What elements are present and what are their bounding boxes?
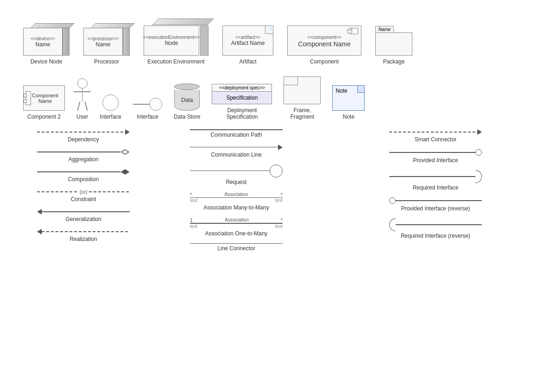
proc-box-front: <<processor>> Name: [83, 28, 123, 56]
artifact-shape: 📄 <<artifact>> Artifact Name: [222, 25, 273, 56]
assoc-one-content: 1 Association * text text: [190, 217, 283, 229]
cylinder-body: Data: [174, 90, 200, 111]
line-connector-label: Line Connector: [217, 245, 255, 252]
assoc-one-text1: text: [190, 224, 197, 229]
assoc-one-name: Association One-to-Many: [205, 230, 268, 237]
aggregation-solid: [37, 152, 120, 152]
assoc-many-text1: text: [190, 198, 197, 203]
device-node-shape: <<device>> Name: [23, 23, 70, 56]
assoc-one-nums: 1 Association *: [190, 217, 283, 223]
composition-label: Composition: [68, 176, 99, 183]
required-reverse-line: [389, 218, 482, 231]
comm-line-label: Communication Line: [211, 152, 261, 158]
note-shape: Note: [332, 85, 365, 111]
constraint-line: {or}: [37, 189, 130, 195]
smart-connector-line: [389, 129, 482, 135]
device-name: Name: [35, 41, 50, 48]
exec-env-item: <<executionEnvironment>> Node Execution …: [144, 19, 208, 65]
dependency-line: [37, 129, 130, 135]
request-item: Request: [162, 164, 310, 185]
provided-rev-circle: [389, 197, 396, 204]
component2-item: ComponentName Component 2: [23, 85, 65, 120]
provided-reverse-item: Provided Interface (reverse): [338, 197, 533, 212]
exec-box-front: <<executionEnvironment>> Node: [144, 25, 199, 56]
artifact-icon: 📄: [266, 27, 272, 32]
smart-arrow: [477, 129, 482, 135]
row1-shapes: <<device>> Name Device Node <<processor>…: [9, 9, 547, 70]
comp-name: Component Name: [298, 40, 351, 48]
svg-marker-0: [121, 150, 129, 154]
comm-path-label: Communication Path: [210, 132, 262, 138]
interface-circle-label: Interface: [100, 114, 121, 120]
frame-label: Frame,Fragment: [291, 107, 314, 120]
assoc-many-star1: *: [190, 192, 192, 197]
gen-solid: [42, 211, 130, 212]
exec-box-right: [200, 25, 208, 56]
proc-stereotype: <<processor>>: [88, 36, 119, 41]
interface-lollipop-shape: [133, 98, 162, 111]
generalization-line: [37, 209, 130, 215]
realization-line: [37, 229, 130, 234]
assoc-one-text2: text: [275, 224, 283, 229]
note-label: Note: [343, 114, 354, 120]
aggregation-item: Aggregation: [23, 149, 144, 163]
data-store-shape: Data: [174, 83, 200, 111]
deploy-spec-label: DeploymentSpecification: [226, 107, 258, 120]
required-reverse-item: Required Interface (reverse): [338, 218, 533, 239]
interface-circle-item: Interface: [100, 95, 121, 120]
processor-shape: <<processor>> Name: [83, 23, 130, 56]
comp-label: Component: [310, 58, 339, 65]
assoc-one-num: 1: [190, 217, 193, 223]
user-shape: [77, 78, 88, 111]
component-shape: <<component>> Component Name: [287, 25, 361, 56]
cylinder-top: [174, 83, 200, 90]
proc-label: Processor: [94, 58, 119, 65]
dependency-label: Dependency: [68, 136, 99, 143]
artifact-item: 📄 <<artifact>> Artifact Name Artifact: [222, 25, 273, 65]
aggregation-line: [37, 149, 130, 155]
composition-solid: [37, 171, 120, 172]
artifact-stereotype: <<artifact>>: [235, 35, 260, 40]
provided-rev-solid: [396, 200, 482, 201]
assoc-many-texts: text text: [190, 198, 283, 203]
package-body: [375, 32, 412, 56]
constraint-item: {or} Constraint: [23, 189, 144, 202]
constraint-dashed2: [89, 191, 130, 192]
required-rev-arc: [389, 218, 396, 231]
comp-stereotype: <<component>>: [308, 35, 341, 40]
exec-name: Node: [165, 40, 178, 46]
box-right: [63, 28, 70, 56]
generalization-item: Generalization: [23, 209, 144, 222]
realization-item: Realization: [23, 229, 144, 242]
package-item: Name Package: [375, 26, 412, 65]
dependency-item: Dependency: [23, 129, 144, 143]
processor-item: <<processor>> Name Processor: [83, 23, 130, 65]
data-store-label: Data Store: [174, 114, 200, 120]
row3-connectors: Dependency Aggregation: [9, 125, 547, 256]
assoc-one-item: 1 Association * text text Association On…: [162, 217, 310, 237]
real-arrow: [37, 229, 42, 234]
user-label: User: [76, 114, 88, 120]
frame-corner: [284, 77, 298, 85]
smart-connector-item: Smart Connector: [338, 129, 533, 143]
stick-body-container: [82, 89, 83, 101]
required-solid: [389, 176, 475, 177]
provided-solid: [389, 152, 475, 153]
assoc-one-star: *: [281, 217, 283, 223]
device-stereotype: <<device>>: [31, 36, 55, 41]
request-line: [190, 164, 283, 177]
assoc-one-label: Association: [225, 217, 248, 223]
artifact-label: Artifact: [239, 58, 256, 65]
exec-stereotype: <<executionEnvironment>>: [143, 35, 200, 40]
real-dashed: [42, 231, 130, 232]
provided-reverse-line: [389, 197, 482, 204]
provided-interface-line: [389, 149, 482, 156]
exec-label: Execution Environment: [147, 58, 204, 65]
aggregation-diamond: [120, 149, 130, 155]
mid-connector-col: Communication Path Communication Line Re…: [162, 129, 310, 252]
stick-legs: [78, 101, 86, 111]
package-label: Package: [383, 58, 405, 65]
data-store-item: Data Data Store: [174, 83, 200, 120]
stick-leg-left: [77, 101, 81, 111]
required-rev-solid: [396, 224, 482, 225]
